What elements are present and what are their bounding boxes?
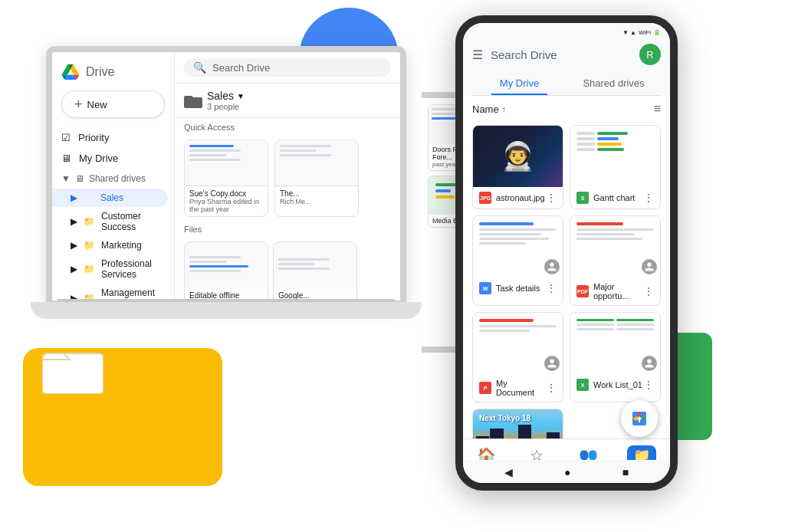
priority-label: Priority: [78, 132, 109, 143]
shared-drives-label: Shared drives: [89, 173, 146, 184]
phone-file-card-3[interactable]: PDF Major opportu... ⋮: [570, 215, 661, 306]
user-avatar[interactable]: R: [639, 44, 661, 65]
desktop-search-input[interactable]: 🔍 Search Drive: [184, 58, 391, 77]
phone-file-2-shared-icon: [544, 259, 560, 274]
phone-file-4-preview: [473, 313, 563, 374]
desktop-search-icon: 🔍: [193, 61, 206, 74]
phone-search-bar[interactable]: ☰ Search Drive R: [472, 39, 661, 71]
phone-file-1-more-icon[interactable]: ⋮: [643, 192, 654, 204]
phone-file-4-shared-icon: [544, 356, 560, 371]
jpg-icon: JPG: [479, 192, 491, 204]
tab-my-drive-label: My Drive: [500, 77, 539, 89]
phone-file-1-name: Gantt chart: [593, 193, 635, 202]
phone-file-2-more-icon[interactable]: ⋮: [546, 282, 557, 294]
sidebar-item-sales[interactable]: ▶ 🗂 Sales: [52, 189, 168, 207]
phone-file-0-footer: JPG astronaut.jpg ⋮: [473, 187, 563, 209]
phone-file-0-preview: [473, 126, 563, 187]
sales-expand-icon: ▶: [71, 192, 77, 203]
desktop-search-bar[interactable]: 🔍 Search Drive: [175, 52, 400, 84]
drive-logo-icon: [61, 64, 80, 80]
phone-file-4-more-icon[interactable]: ⋮: [546, 382, 557, 394]
sidebar-item-marketing[interactable]: ▶ 📁 Marketing: [52, 236, 168, 255]
tab-my-drive[interactable]: My Drive: [472, 71, 567, 95]
phone-list-header: Name ↑ ≡: [463, 96, 670, 122]
home-button[interactable]: ●: [564, 466, 570, 478]
phone-file-4-name: My Document: [496, 379, 546, 397]
my-drive-icon: 🖥: [61, 153, 71, 164]
drive-desktop-ui: Drive + New ☑ Priority 🖥 My Drive ▼ 🖥: [52, 52, 400, 300]
cs-folder-icon: 📁: [84, 216, 95, 227]
back-button[interactable]: ◀: [504, 466, 513, 478]
phone-file-card-4[interactable]: P My Document ⋮: [472, 312, 563, 402]
file-card-2[interactable]: Google...: [273, 241, 357, 300]
phone-file-4-footer: P My Document ⋮: [473, 374, 563, 402]
sidebar-item-professional-services[interactable]: ▶ 📁 Professional Services: [52, 255, 168, 284]
word-icon: W: [479, 282, 491, 294]
phone-file-3-preview: [570, 216, 660, 277]
phone-search-text[interactable]: Search Drive: [491, 48, 632, 61]
sheets-icon: S: [576, 192, 589, 204]
new-button[interactable]: + New: [61, 90, 165, 118]
qa-card-1-preview: [185, 140, 268, 186]
phone-nav-bar: ◀ ● ■: [463, 460, 670, 484]
mkt-folder-icon: 📁: [84, 240, 95, 251]
sales-label: Sales: [100, 192, 123, 203]
phone-file-5-name: Work List_01: [593, 380, 642, 389]
sidebar-shared-drives-section[interactable]: ▼ 🖥 Shared drives: [52, 169, 174, 189]
sort-arrow-icon: ↑: [502, 105, 506, 113]
qa-card-2-title: The...: [280, 189, 353, 198]
qa-card-1[interactable]: Sue's Copy.docx Priya Sharma edited in t…: [184, 140, 268, 217]
shared-drives-icon-sm: 🖥: [75, 173, 84, 184]
phone-file-3-info: PDF Major opportu...: [576, 282, 643, 300]
powerpoint-icon: P: [479, 382, 491, 394]
folder-dropdown-icon[interactable]: ▼: [237, 92, 245, 100]
priority-icon: ☑: [61, 132, 71, 143]
list-view-icon[interactable]: ≡: [654, 102, 661, 116]
avatar-letter: R: [646, 49, 653, 61]
fab-add-button[interactable]: [621, 400, 658, 437]
phone-file-1-preview: [570, 126, 660, 187]
quick-access-grid: Sue's Copy.docx Priya Sharma edited in t…: [175, 136, 400, 220]
sales-folder-icon: 🗂: [84, 193, 94, 202]
sidebar-item-my-drive[interactable]: 🖥 My Drive: [52, 148, 168, 169]
file-card-2-preview: [274, 242, 356, 288]
quick-access-label: Quick Access: [175, 118, 400, 136]
phone-file-5-more-icon[interactable]: ⋮: [643, 379, 654, 391]
phone-file-4-info: P My Document: [479, 379, 546, 397]
square-button[interactable]: ■: [622, 466, 629, 478]
phone-body: ▼ ▲ WiFi 🔋 ☰ Search Drive R My Drive Sha…: [455, 15, 678, 491]
phone-file-card-1[interactable]: S Gantt chart ⋮: [570, 125, 661, 209]
folder-people: 3 people: [207, 102, 245, 111]
excel-icon: X: [576, 379, 589, 391]
phone-file-1-footer: S Gantt chart ⋮: [570, 187, 660, 209]
expand-icon: ▼: [61, 173, 71, 184]
phone-top-area: ▼ ▲ WiFi 🔋 ☰ Search Drive R My Drive Sha…: [463, 23, 670, 96]
phone-file-2-info: W Task details: [479, 282, 540, 294]
phone-file-card-2[interactable]: W Task details ⋮: [472, 215, 563, 306]
files-grid: Editable offline docu... Google: [175, 238, 400, 300]
laptop-screen: Drive + New ☑ Priority 🖥 My Drive ▼ 🖥: [46, 46, 406, 307]
sidebar-item-priority[interactable]: ☑ Priority: [52, 127, 168, 148]
qa-card-1-info: Sue's Copy.docx Priya Sharma edited in t…: [185, 186, 268, 216]
file-card-1[interactable]: Editable offline docu...: [184, 241, 268, 300]
drive-main-content: 🔍 Search Drive Sales ▼ 3 people: [175, 52, 400, 300]
qa-card-2-info: The... Rich Me...: [275, 186, 358, 209]
hamburger-icon[interactable]: ☰: [472, 48, 483, 62]
file-card-1-preview: [185, 242, 268, 288]
sidebar-item-customer-success[interactable]: ▶ 📁 Customer Success: [52, 207, 168, 236]
name-sort-button[interactable]: Name ↑: [472, 103, 506, 115]
qa-card-2[interactable]: The... Rich Me...: [274, 140, 359, 217]
phone-file-0-info: JPG astronaut.jpg: [479, 192, 545, 204]
phone-file-card-0[interactable]: JPG astronaut.jpg ⋮: [472, 125, 563, 209]
tab-shared-drives[interactable]: Shared drives: [567, 71, 661, 95]
phone-file-card-5[interactable]: X Work List_01 ⋮: [570, 312, 661, 402]
phone-file-3-footer: PDF Major opportu... ⋮: [570, 277, 660, 305]
phone-file-3-name: Major opportu...: [593, 282, 643, 300]
phone-file-0-name: astronaut.jpg: [496, 193, 545, 202]
folder-name: Sales: [207, 90, 234, 102]
phone-file-3-more-icon[interactable]: ⋮: [643, 285, 654, 297]
folder-header-icon: [184, 93, 202, 108]
new-button-label: New: [87, 99, 107, 110]
phone-file-0-more-icon[interactable]: ⋮: [546, 192, 557, 204]
phone-file-1-info: S Gantt chart: [576, 192, 635, 204]
